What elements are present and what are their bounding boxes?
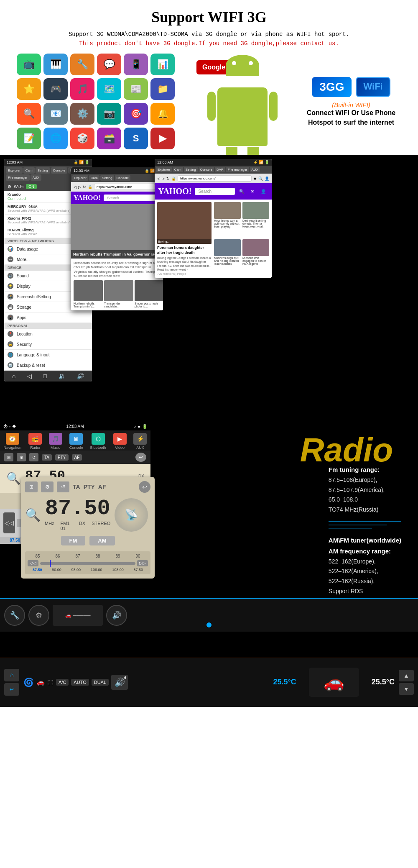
yahoo-search-3[interactable]: Search: [195, 188, 235, 195]
rear-defrost-icon[interactable]: ⬚: [47, 678, 54, 686]
vol-up-btn[interactable]: 🔊: [77, 373, 84, 379]
rds-fm-btn[interactable]: FM: [61, 536, 86, 545]
nav-explorer[interactable]: Explorer: [6, 167, 23, 174]
app-icon-14[interactable]: ⚙️: [70, 103, 94, 125]
settings-location[interactable]: 📍 Location: [4, 329, 92, 339]
browser3-url[interactable]: https://www.yahoo.com/: [178, 175, 252, 182]
af-btn[interactable]: AF: [72, 454, 82, 461]
app-icon-17[interactable]: 🔔: [150, 103, 175, 125]
nav-music[interactable]: 🎵 Music: [49, 433, 62, 450]
nav-video[interactable]: ▶ Video: [113, 433, 127, 450]
app-icon-0[interactable]: 📺: [17, 54, 41, 75]
nav2-console[interactable]: Console: [115, 175, 130, 181]
settings-backup[interactable]: 🔄 Backup & reset: [4, 360, 92, 371]
nav-navigation[interactable]: 🧭 Navigation: [3, 433, 21, 450]
nav-bluetooth[interactable]: ⬡ Bluetooth: [90, 433, 106, 450]
nav-aux[interactable]: AUX: [31, 174, 41, 181]
radio-back-btn[interactable]: ↩: [135, 453, 146, 462]
app-icon-23[interactable]: ▶: [150, 128, 175, 149]
browser3-search[interactable]: 🔍: [258, 177, 263, 181]
tuner-right-btn[interactable]: ▷▷: [137, 560, 148, 566]
browser2-refresh[interactable]: ↻: [83, 185, 86, 189]
radio-ctrl-3[interactable]: ↺: [29, 453, 38, 461]
vol-down-btn[interactable]: 🔉: [59, 373, 66, 379]
nav-cam[interactable]: Cam: [23, 167, 35, 174]
nav3-aux[interactable]: AUX: [250, 167, 260, 172]
app-icon-12[interactable]: 🔍: [17, 103, 41, 125]
radio-ctrl-2[interactable]: ⚙: [17, 453, 26, 461]
dual-btn[interactable]: DUAL: [92, 679, 109, 686]
app-icon-3[interactable]: 💬: [97, 54, 121, 75]
back-btn[interactable]: ◁: [27, 373, 32, 379]
nav2-explorer[interactable]: Explorer: [72, 175, 88, 181]
app-icon-22[interactable]: S: [124, 128, 148, 149]
browser2-back[interactable]: ◁: [74, 185, 76, 189]
radio-ctrl-1[interactable]: ⊞: [4, 453, 13, 461]
app-icon-20[interactable]: 🎲: [70, 128, 94, 149]
settings-language[interactable]: 🌐 Language & input: [4, 350, 92, 360]
nav3-console[interactable]: Console: [199, 167, 214, 172]
browser3-refresh[interactable]: ↻: [166, 177, 170, 181]
browser2-forward[interactable]: ▷: [78, 185, 81, 189]
app-icon-5[interactable]: 📊: [150, 54, 175, 75]
tuner-left-btn[interactable]: ◁◁: [28, 560, 38, 566]
tuner-prev-btn[interactable]: ◁◁: [3, 512, 15, 533]
browser3-back[interactable]: ◁: [157, 177, 160, 181]
browser3-forward[interactable]: ▷: [162, 177, 165, 181]
app-icon-13[interactable]: 📧: [43, 103, 68, 125]
app-icon-6[interactable]: ⭐: [17, 78, 41, 100]
rds-af[interactable]: AF: [98, 484, 106, 490]
home-btn[interactable]: ⌂: [12, 373, 15, 379]
nav-aux[interactable]: ⚡ AUX: [133, 433, 147, 450]
nav-file[interactable]: File manager: [6, 174, 30, 181]
nav-radio[interactable]: 📻 Radio: [28, 433, 42, 450]
browser2-url[interactable]: https://www.yahoo.com/: [94, 184, 155, 190]
app-icon-11[interactable]: 📁: [150, 78, 175, 100]
back-nav-btn[interactable]: ↩: [4, 683, 19, 696]
yahoo-mail-btn[interactable]: ✉: [248, 188, 257, 195]
nav3-explorer[interactable]: Explorer: [156, 167, 172, 172]
nav3-cam[interactable]: Cam: [173, 167, 183, 172]
fan-icon[interactable]: 🌀: [23, 677, 34, 687]
settings-apps[interactable]: 📱 Apps: [4, 312, 92, 323]
nav3-setting[interactable]: Setting: [184, 167, 198, 172]
rds-pty[interactable]: PTY: [84, 484, 95, 490]
app-icon-16[interactable]: 🎯: [124, 103, 148, 125]
rds-ta[interactable]: TA: [73, 484, 80, 490]
browser3-account[interactable]: 👤: [265, 177, 269, 181]
nav-console[interactable]: 🖥 Console: [69, 433, 83, 450]
rds-am-btn[interactable]: AM: [89, 536, 115, 545]
yahoo-search-2[interactable]: Search: [104, 195, 161, 201]
yahoo-user-btn[interactable]: 👤: [258, 188, 268, 195]
pty-btn[interactable]: PTY: [55, 454, 68, 461]
app-icon-21[interactable]: 🗃️: [97, 128, 121, 149]
app-icon-18[interactable]: 📝: [17, 128, 41, 149]
browser3-star[interactable]: ★: [253, 177, 257, 181]
app-icon-1[interactable]: 🎹: [43, 54, 68, 75]
nav-setting[interactable]: Setting: [36, 167, 50, 174]
arrow-down-btn[interactable]: ▼: [399, 683, 414, 695]
app-icon-10[interactable]: 📰: [124, 78, 148, 100]
ac-btn[interactable]: A/C: [56, 679, 69, 686]
app-icon-9[interactable]: 🗺️: [97, 78, 121, 100]
yahoo-search-btn[interactable]: 🔍: [237, 188, 247, 195]
app-icon-15[interactable]: 📷: [97, 103, 121, 125]
ta-btn[interactable]: TA: [42, 454, 52, 461]
nav2-setting[interactable]: Setting: [100, 175, 114, 181]
settings-security[interactable]: 🔒 Security: [4, 339, 92, 350]
nav-console[interactable]: Console: [51, 167, 67, 174]
nav3-dvr[interactable]: DVR: [215, 167, 225, 172]
nav2-cam[interactable]: Cam: [89, 175, 99, 181]
auto-btn[interactable]: AUTO: [71, 679, 89, 686]
wifi-toggle[interactable]: ON: [26, 184, 37, 189]
nav3-filemgr[interactable]: File manager: [226, 167, 249, 172]
home-nav-btn[interactable]: ⌂: [4, 669, 19, 681]
app-icon-7[interactable]: 🎮: [43, 78, 68, 100]
app-icon-19[interactable]: 🌐: [43, 128, 68, 149]
app-icon-4[interactable]: 📱: [124, 54, 148, 75]
recents-btn[interactable]: □: [43, 373, 46, 379]
arrow-up-btn[interactable]: ▲: [399, 670, 414, 681]
rds-back-btn[interactable]: ↩: [139, 481, 150, 493]
app-icon-2[interactable]: 🔧: [70, 54, 94, 75]
app-icon-8[interactable]: 🎵: [70, 78, 94, 100]
